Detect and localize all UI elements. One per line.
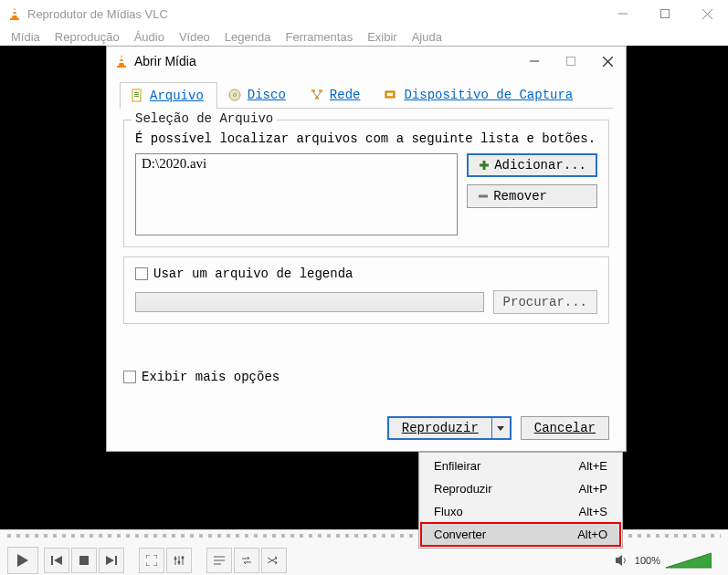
play-icon	[17, 554, 28, 567]
dropdown-item-stream[interactable]: Fluxo Alt+S	[421, 500, 620, 523]
play-pause-button[interactable]	[7, 547, 38, 574]
dropdown-item-shortcut: Alt+E	[579, 459, 607, 473]
remove-button[interactable]: Remover	[467, 184, 597, 208]
tab-capture[interactable]: Dispositivo de Captura	[374, 81, 586, 108]
playlist-icon	[214, 556, 225, 565]
svg-rect-18	[134, 94, 139, 95]
dropdown-item-enqueue[interactable]: Enfileirar Alt+E	[421, 455, 620, 477]
shuffle-button[interactable]	[261, 548, 287, 573]
svg-rect-1	[10, 18, 19, 20]
subtitle-checkbox[interactable]	[135, 267, 148, 280]
main-title: Reprodutor de Mídias VLC	[27, 7, 168, 21]
loop-button[interactable]	[234, 548, 259, 573]
file-selection-legend: Seleção de Arquivo	[132, 111, 277, 126]
menu-media[interactable]: Mídia	[5, 30, 46, 44]
stop-button[interactable]	[71, 548, 97, 573]
svg-point-21	[233, 94, 236, 97]
browse-button-label: Procurar...	[503, 295, 587, 309]
network-icon	[310, 88, 324, 102]
svg-rect-17	[134, 92, 139, 93]
minus-icon	[477, 190, 490, 203]
tab-file[interactable]: Arquivo	[120, 82, 217, 109]
svg-rect-22	[311, 89, 315, 92]
dialog-maximize-button[interactable]	[553, 47, 589, 76]
svg-marker-32	[17, 554, 28, 567]
skip-previous-icon	[51, 556, 62, 565]
svg-rect-9	[117, 66, 126, 68]
tab-network[interactable]: Rede	[300, 81, 375, 108]
more-options-row: Exibir mais opções	[123, 370, 609, 384]
plus-icon	[478, 159, 491, 172]
dialog-minimize-button[interactable]	[516, 47, 553, 76]
browse-button: Procurar...	[493, 290, 597, 314]
close-button[interactable]	[686, 0, 728, 27]
open-media-dialog: Abrir Mídia Arquivo Disco Rede Dispositi…	[106, 46, 627, 452]
svg-rect-19	[134, 96, 139, 97]
svg-rect-2	[13, 10, 16, 12]
menu-playback[interactable]: Reprodução	[49, 30, 125, 44]
subtitle-group: Usar um arquivo de legenda Procurar...	[123, 256, 609, 324]
subtitle-path-input	[135, 292, 484, 312]
tab-network-label: Rede	[330, 88, 361, 102]
dialog-bottom-buttons: Reproduzir Cancelar	[387, 416, 609, 440]
add-button[interactable]: Adicionar...	[467, 153, 597, 177]
capture-icon	[384, 88, 398, 102]
disc-icon	[227, 88, 242, 102]
remove-button-label: Remover	[493, 189, 547, 204]
vlc-cone-icon	[114, 54, 129, 68]
dropdown-item-shortcut: Alt+O	[577, 528, 607, 541]
svg-rect-3	[12, 14, 16, 16]
play-dropdown-arrow[interactable]	[491, 418, 510, 438]
tab-file-label: Arquivo	[150, 89, 204, 103]
next-button[interactable]	[99, 548, 124, 573]
dropdown-item-play[interactable]: Reproduzir Alt+P	[421, 477, 620, 500]
stop-icon	[79, 556, 89, 565]
svg-point-41	[174, 558, 177, 560]
svg-point-42	[178, 561, 181, 564]
menu-view[interactable]: Exibir	[362, 30, 403, 44]
maximize-button[interactable]	[644, 0, 686, 27]
loop-icon	[240, 556, 253, 565]
cancel-button[interactable]: Cancelar	[521, 416, 609, 440]
dropdown-item-shortcut: Alt+P	[579, 482, 607, 496]
menu-subtitle[interactable]: Legenda	[219, 30, 277, 44]
play-button-label: Reproduzir	[389, 421, 491, 435]
file-list-item[interactable]: D:\2020.avi	[142, 156, 451, 172]
svg-rect-33	[51, 556, 53, 565]
fullscreen-icon	[146, 555, 157, 566]
menubar: Mídia Reprodução Áudio Vídeo Legenda Fer…	[0, 27, 728, 46]
menu-audio[interactable]: Áudio	[129, 30, 170, 44]
tab-disc-label: Disco	[248, 88, 286, 102]
prev-button[interactable]	[44, 548, 69, 573]
fullscreen-button[interactable]	[139, 548, 164, 573]
dropdown-item-convert[interactable]: Converter Alt+O	[421, 523, 620, 546]
file-list[interactable]: D:\2020.avi	[135, 153, 458, 235]
main-titlebar: Reprodutor de Mídias VLC	[0, 0, 728, 27]
more-options-checkbox[interactable]	[123, 371, 136, 383]
menu-help[interactable]: Ajuda	[406, 30, 448, 44]
svg-line-26	[317, 92, 321, 97]
more-options-label: Exibir mais opções	[142, 370, 280, 384]
svg-rect-28	[387, 93, 393, 96]
svg-marker-0	[12, 7, 17, 18]
tab-disc[interactable]: Disco	[217, 81, 300, 108]
ext-settings-button[interactable]	[166, 548, 192, 573]
volume-slider[interactable]	[666, 551, 712, 570]
file-selection-group: Seleção de Arquivo É possível localizar …	[123, 120, 609, 247]
file-icon	[130, 89, 144, 103]
playlist-button[interactable]	[206, 548, 232, 573]
play-split-button[interactable]: Reproduzir	[387, 416, 512, 440]
dropdown-item-label: Converter	[434, 528, 486, 541]
svg-point-43	[182, 557, 185, 559]
svg-rect-23	[319, 89, 322, 92]
tab-capture-label: Dispositivo de Captura	[404, 88, 573, 102]
menu-video[interactable]: Vídeo	[174, 30, 216, 44]
chevron-down-icon	[497, 426, 504, 431]
minimize-button[interactable]	[602, 0, 644, 27]
svg-rect-10	[120, 58, 123, 59]
menu-tools[interactable]: Ferramentas	[280, 30, 358, 44]
svg-marker-47	[616, 555, 622, 566]
equalizer-icon	[174, 555, 185, 566]
speaker-icon[interactable]	[615, 554, 629, 567]
dialog-close-button[interactable]	[589, 47, 626, 76]
